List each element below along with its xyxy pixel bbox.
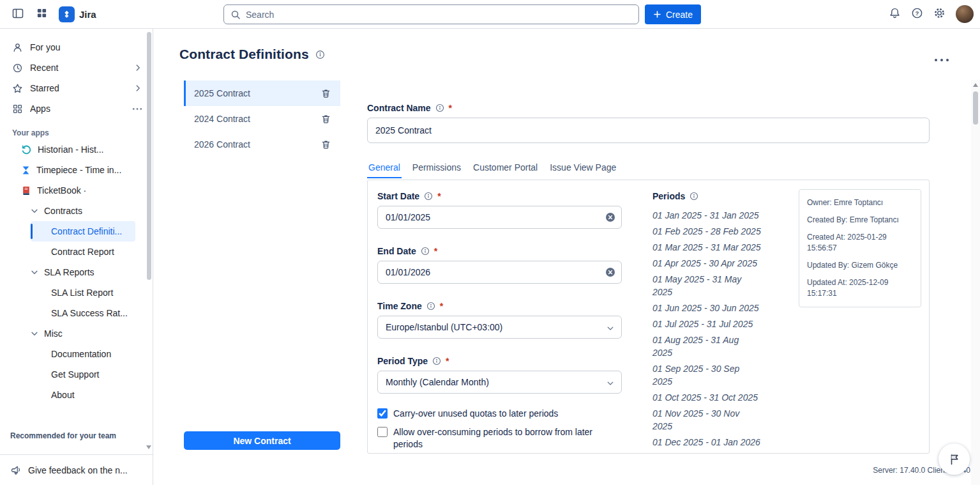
period-type-select[interactable]: Monthly (Calendar Month): [377, 371, 622, 394]
sidebar-app-label: TicketBook ·: [37, 185, 131, 196]
star-icon: [12, 83, 23, 94]
clear-end-date-button[interactable]: [605, 267, 615, 277]
info-icon[interactable]: [435, 104, 444, 112]
contract-list-item[interactable]: 2025 Contract: [184, 81, 340, 106]
megaphone-icon: [10, 465, 22, 476]
create-button[interactable]: Create: [645, 4, 701, 24]
meta-updated-by: Updated By: Gizem Gökçe: [807, 260, 913, 271]
contract-name-label-row: Contract Name *: [367, 103, 930, 113]
tab-general[interactable]: General: [367, 162, 402, 178]
settings-button[interactable]: [929, 4, 949, 24]
sidebar-item-label: Apps: [30, 104, 125, 114]
info-icon[interactable]: [426, 302, 435, 311]
form-fields-column: Start Date * End D: [377, 191, 622, 450]
period-item: 01 Jan 2025 - 31 Jan 2025: [652, 209, 761, 222]
sidebar-item-label: For you: [30, 42, 131, 52]
notifications-button[interactable]: [884, 4, 905, 24]
sidebar-item-contract-definitions[interactable]: Contract Definiti...: [31, 221, 135, 242]
sidebar-item-get-support[interactable]: Get Support: [31, 364, 135, 385]
chevron-down-icon: [30, 268, 39, 277]
info-icon[interactable]: [424, 192, 433, 201]
delete-contract-button[interactable]: [320, 112, 332, 125]
borrow-checkbox-row: Allow over-consuming periods to borrow f…: [377, 426, 622, 450]
timepiece-app-icon: [21, 166, 31, 175]
end-date-input[interactable]: [377, 261, 622, 284]
help-button[interactable]: ?: [907, 4, 927, 24]
sidebar-item-label: Get Support: [51, 369, 100, 380]
bell-icon: [889, 7, 901, 21]
contract-list-item[interactable]: 2024 Contract: [184, 106, 340, 132]
trash-icon: [321, 114, 331, 124]
carry-over-checkbox[interactable]: [377, 408, 388, 419]
required-marker: *: [440, 301, 443, 311]
sidebar-item-recent[interactable]: Recent: [0, 58, 153, 78]
info-icon[interactable]: [421, 247, 430, 256]
sidebar-item-contract-report[interactable]: Contract Report: [31, 242, 135, 262]
time-zone-value: Europe/Istanbul (UTC+03:00): [386, 322, 502, 332]
sidebar-item-starred[interactable]: Starred: [0, 78, 153, 98]
tab-permissions[interactable]: Permissions: [411, 162, 462, 178]
tab-issue-view-page[interactable]: Issue View Page: [548, 162, 617, 178]
period-item: 01 Aug 2025 - 31 Aug 2025: [652, 334, 761, 359]
carry-over-checkbox-row: Carry-over unused quotas to later period…: [377, 408, 622, 420]
scroll-up-arrow[interactable]: [973, 83, 978, 87]
more-icon[interactable]: [132, 107, 142, 111]
info-icon[interactable]: [432, 357, 441, 366]
sidebar-section-sla-reports[interactable]: SLA Reports: [0, 262, 153, 282]
apps-grid-icon: [12, 104, 23, 114]
jira-brand[interactable]: Jira: [55, 4, 100, 25]
delete-contract-button[interactable]: [320, 138, 332, 151]
period-type-value: Monthly (Calendar Month): [386, 377, 489, 387]
search-input[interactable]: [246, 10, 632, 20]
sidebar-scroll-down-arrow[interactable]: [146, 445, 151, 449]
scrollbar-thumb[interactable]: [973, 91, 978, 125]
more-options-button[interactable]: [931, 52, 952, 66]
sidebar-item-label: Contract Report: [51, 247, 114, 257]
user-avatar[interactable]: [956, 5, 974, 23]
feedback-fab[interactable]: [939, 443, 970, 475]
borrow-checkbox[interactable]: [377, 427, 388, 437]
new-contract-button[interactable]: New Contract: [184, 431, 340, 450]
sidebar-item-for-you[interactable]: For you: [0, 37, 153, 58]
main-content: Contract Definitions 2025 Contract 2024 …: [154, 29, 980, 485]
delete-contract-button[interactable]: [320, 87, 332, 100]
sidebar-item-label: Documentation: [51, 349, 111, 359]
main-scrollbar[interactable]: [971, 80, 980, 485]
info-icon[interactable]: [315, 50, 325, 59]
tab-customer-portal[interactable]: Customer Portal: [472, 162, 539, 178]
collapse-sidebar-button[interactable]: [8, 4, 28, 24]
sidebar-app-timepiece[interactable]: Timepiece - Time in...: [0, 160, 153, 180]
contract-name-input[interactable]: [367, 118, 930, 143]
feedback-link[interactable]: Give feedback on the n...: [0, 454, 153, 485]
sidebar-item-documentation[interactable]: Documentation: [31, 344, 135, 364]
clear-start-date-button[interactable]: [605, 212, 615, 222]
app-switcher-button[interactable]: [31, 4, 52, 24]
chevron-down-icon: [30, 206, 39, 215]
sidebar-app-label: Timepiece - Time in...: [36, 165, 131, 175]
sidebar: For you Recent Starred Apps: [0, 29, 153, 485]
sidebar-scrollbar[interactable]: [147, 32, 151, 280]
sidebar-item-sla-success-rate[interactable]: SLA Success Rat...: [31, 303, 135, 323]
sidebar-item-sla-list-report[interactable]: SLA List Report: [31, 282, 135, 303]
page-title: Contract Definitions: [179, 47, 309, 62]
topbar-right: ?: [884, 0, 974, 28]
plus-icon: [653, 10, 661, 19]
sidebar-section-label: Contracts: [44, 206, 131, 216]
period-type-label: Period Type: [377, 356, 428, 366]
required-marker: *: [449, 103, 452, 113]
meta-owner: Owner: Emre Toptancı: [807, 197, 913, 208]
sidebar-item-label: Starred: [30, 83, 126, 93]
sidebar-item-about[interactable]: About: [31, 385, 135, 405]
sidebar-section-misc[interactable]: Misc: [0, 323, 153, 344]
meta-created-at: Created At: 2025-01-29 15:56:57: [807, 232, 913, 254]
period-item: 01 Apr 2025 - 30 Apr 2025: [652, 257, 761, 270]
sidebar-section-contracts[interactable]: Contracts: [0, 201, 153, 221]
sidebar-item-apps[interactable]: Apps: [0, 98, 153, 119]
contract-list-item[interactable]: 2026 Contract: [184, 132, 340, 157]
start-date-input[interactable]: [377, 206, 622, 229]
topbar: Jira Create ?: [0, 0, 980, 29]
info-icon[interactable]: [690, 192, 698, 201]
time-zone-select[interactable]: Europe/Istanbul (UTC+03:00): [377, 316, 622, 339]
sidebar-app-ticketbook[interactable]: TicketBook ·: [0, 180, 153, 201]
sidebar-app-historian[interactable]: Historian - Hist...: [0, 139, 153, 160]
